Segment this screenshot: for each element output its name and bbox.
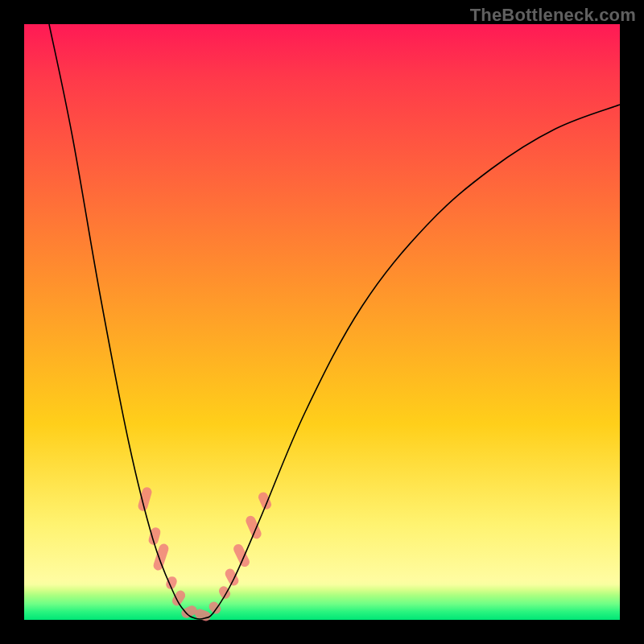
watermark-label: TheBottleneck.com bbox=[470, 5, 636, 26]
chart-root: TheBottleneck.com bbox=[0, 0, 644, 644]
bottleneck-curve bbox=[49, 24, 620, 619]
plot-area bbox=[24, 24, 620, 620]
curve-svg bbox=[24, 24, 620, 620]
